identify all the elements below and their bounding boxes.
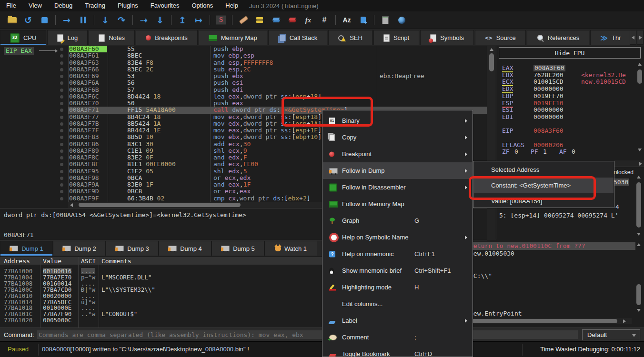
tab-thr[interactable]: ≫Thr [590, 30, 630, 45]
breakpoint-dot[interactable] [60, 109, 63, 112]
dump-tab-watch-1[interactable]: Watch 1 [264, 241, 317, 256]
dump-tab-dump-2[interactable]: Dump 2 [53, 241, 106, 256]
menu-file[interactable]: File [0, 0, 22, 11]
context-menu-item-copy[interactable]: Copy [323, 129, 472, 146]
register-value[interactable]: 008A3F60 [533, 128, 564, 134]
context-menu-item-help-on-symbolic-name[interactable]: Help on Symbolic Name [323, 229, 472, 246]
breakpoint-dot[interactable] [60, 190, 63, 193]
flag-value[interactable]: 0 [572, 149, 575, 155]
context-menu-item-graph[interactable]: GraphG [323, 212, 472, 229]
register-value[interactable]: 00000000 [533, 86, 564, 92]
breakpoint-dot[interactable] [60, 54, 63, 58]
menu-view[interactable]: View [22, 0, 48, 11]
toolbar-pause-button[interactable] [75, 13, 91, 27]
stack-row[interactable] [467, 265, 635, 272]
register-row-edx[interactable]: EDX00000000 [496, 86, 644, 93]
scrollbar-thumb[interactable] [79, 203, 241, 207]
tab-source[interactable]: <>Source [475, 30, 526, 45]
submenu-item-constant-getsystemtime[interactable]: Constant: <GetSystemTime> [474, 178, 614, 193]
register-value[interactable]: 0019FF70 [533, 93, 564, 99]
breakpoint-dot[interactable] [60, 75, 63, 78]
command-input[interactable] [36, 330, 578, 339]
stack-row[interactable]: "C:\\" [467, 272, 635, 280]
toolbar-execute-till-return-button[interactable]: ↥ [174, 13, 191, 27]
breakpoint-dot[interactable] [60, 61, 63, 65]
menu-help[interactable]: Help [219, 0, 244, 11]
register-row-edi[interactable]: EDI00000000 [496, 114, 644, 121]
arguments-v-scrollbar[interactable] [635, 172, 642, 238]
register-row-esi[interactable]: ESI00000000 [496, 107, 644, 114]
tab-notes[interactable]: Notes [89, 30, 135, 45]
toolbar-internet-button[interactable] [393, 13, 410, 27]
stack-row[interactable]: new.01005030 [467, 250, 635, 258]
menu-options[interactable]: Options [185, 0, 219, 11]
context-menu-item-edit-columns[interactable]: Edit columns... [323, 296, 472, 312]
toolbar-animate-into-button[interactable]: ⇢ [136, 13, 152, 27]
dump-tab-dump-5[interactable]: Dump 5 [211, 241, 264, 256]
menu-favourites[interactable]: Favourites [144, 0, 186, 11]
menu-debug[interactable]: Debug [48, 0, 79, 11]
context-menu-item-follow-in-memory-map[interactable]: Follow in Memory Map [323, 196, 472, 212]
breakpoint-dot[interactable] [60, 197, 63, 200]
scrollbar-thumb[interactable] [469, 319, 617, 323]
toolbar-bookmarks-button[interactable] [284, 13, 300, 27]
toolbar-restart-button[interactable]: ↺ [20, 13, 36, 27]
dump-row[interactable]: 77BA10200005000C [0, 317, 322, 323]
register-row-ecx[interactable]: ECX010015CDnew.010015CD [496, 79, 644, 86]
tab-symbols[interactable]: Symbols [420, 30, 474, 45]
toolbar-step-over-button[interactable]: ↷ [113, 13, 130, 27]
context-menu-item-breakpoint[interactable]: Breakpoint [323, 146, 472, 162]
tab-breakpoints[interactable]: Breakpoints [136, 30, 198, 45]
toolbar-trace-into-button[interactable]: ⇓ [152, 13, 168, 27]
tab-scroll-left-button[interactable] [630, 30, 636, 45]
scrollbar-thumb[interactable] [489, 53, 494, 71]
toolbar-run-button[interactable]: → [59, 13, 75, 27]
toolbar-source-mode-button[interactable]: S [213, 13, 229, 27]
context-menu-item-binary[interactable]: 01Binary [323, 112, 472, 129]
stack-row[interactable] [467, 288, 635, 295]
register-value[interactable]: 00000000 [533, 107, 564, 113]
stack-row[interactable] [467, 295, 635, 303]
toolbar-labels-button[interactable] [268, 13, 284, 27]
tab-log[interactable]: Log [47, 30, 88, 45]
status-address-link[interactable]: 008A0000 [42, 346, 70, 353]
stack-row[interactable] [467, 280, 635, 288]
hide-fpu-button[interactable]: Hide FPU [499, 47, 641, 59]
toolbar-open-file-button[interactable] [4, 13, 20, 27]
register-value[interactable]: 0019FF10 [533, 100, 564, 107]
breakpoint-dot[interactable] [60, 149, 63, 153]
breakpoint-dot[interactable] [60, 183, 63, 187]
tab-references[interactable]: References [527, 30, 589, 45]
flags-row[interactable]: ZF0PF1AF0 [496, 149, 644, 156]
status-address-link[interactable]: 008A0000 [205, 346, 233, 353]
toolbar-modules-button[interactable] [355, 13, 371, 27]
stack-row[interactable]: new.EntryPoint [467, 310, 635, 317]
register-value[interactable]: 008A3F60 [533, 65, 565, 71]
context-menu-item-label[interactable]: Label [323, 312, 472, 329]
breakpoint-dot[interactable] [60, 163, 63, 166]
menu-plugins[interactable]: Plugins [111, 0, 144, 11]
register-value[interactable]: 010015CD [533, 79, 564, 85]
toolbar-stop-debugging-button[interactable] [36, 13, 52, 27]
toolbar-strings-button[interactable]: Az [339, 13, 355, 27]
stack-row[interactable]: return to new.0100110C from ??? [467, 242, 635, 250]
menu-tracing[interactable]: Tracing [79, 0, 111, 11]
dump-header-value[interactable]: Value [43, 258, 61, 265]
register-row-ebp[interactable]: EBP0019FF70 [496, 93, 644, 100]
toolbar-calculator-button[interactable] [377, 13, 393, 27]
toolbar-intermodular-calls-button[interactable]: # [316, 13, 332, 27]
toolbar-run-to-user-code-button[interactable]: ↦ [191, 13, 207, 27]
toolbar-step-into-button[interactable]: ↓ [97, 13, 113, 27]
breakpoint-dot[interactable] [60, 122, 63, 126]
tab-memory-map[interactable]: Memory Map [199, 30, 267, 45]
register-row-eflags[interactable]: EFLAGS00000206 [496, 142, 644, 149]
scrollbar-thumb[interactable] [636, 182, 641, 228]
stack-row[interactable] [467, 258, 635, 265]
register-row-esp[interactable]: ESP0019FF10 [496, 100, 644, 107]
breakpoint-dot[interactable] [60, 81, 63, 85]
breakpoint-dot[interactable] [60, 102, 63, 105]
context-menu-item-comment[interactable]: Comment; [323, 329, 472, 346]
register-value[interactable]: 00000206 [533, 142, 564, 149]
scrollbar-thumb[interactable] [637, 69, 642, 84]
context-menu-item-follow-in-dump[interactable]: Follow in Dump [323, 162, 472, 179]
